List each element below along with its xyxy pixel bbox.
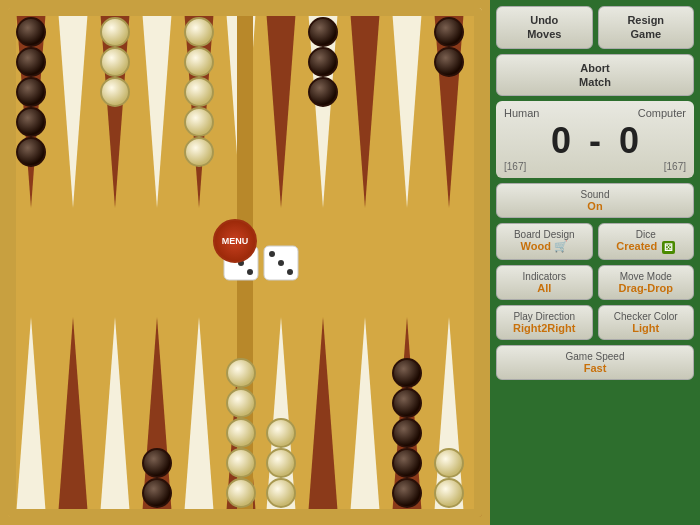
resign-game-button[interactable]: Resign Game (598, 6, 695, 49)
top-buttons: Undo Moves Resign Game (496, 6, 694, 49)
score-separator: - (589, 120, 601, 161)
play-direction-label: Play Direction (501, 311, 588, 322)
svg-point-48 (185, 48, 213, 76)
board-container: MENU (0, 0, 490, 525)
board-design-label: Board Design (501, 229, 588, 240)
checker-color-button[interactable]: Checker Color Light (598, 305, 695, 340)
svg-point-55 (267, 479, 295, 507)
play-direction-button[interactable]: Play Direction Right2Right (496, 305, 593, 340)
undo-moves-button[interactable]: Undo Moves (496, 6, 593, 49)
player2-sub: [167] (664, 161, 686, 172)
svg-point-37 (309, 18, 337, 46)
svg-rect-27 (474, 8, 482, 517)
sound-label: Sound (501, 189, 689, 200)
svg-point-38 (309, 48, 337, 76)
svg-rect-29 (8, 509, 482, 517)
svg-point-58 (143, 479, 171, 507)
svg-point-50 (185, 108, 213, 136)
svg-point-46 (435, 449, 463, 477)
play-direction-value: Right2Right (501, 322, 588, 334)
abort-match-button[interactable]: Abort Match (496, 54, 694, 97)
svg-point-41 (227, 449, 255, 477)
sound-button[interactable]: Sound On (496, 183, 694, 218)
svg-point-49 (185, 78, 213, 106)
svg-point-57 (267, 419, 295, 447)
score-area: Human Computer 0 - 0 [167] [167] (496, 101, 694, 178)
svg-point-54 (101, 78, 129, 106)
board-design-button[interactable]: Board Design Wood 🛒 (496, 223, 593, 260)
player1-sub: [167] (504, 161, 526, 172)
svg-point-42 (227, 419, 255, 447)
svg-point-64 (393, 359, 421, 387)
dice-value: Created ⚄ (603, 240, 690, 254)
sound-value: On (501, 200, 689, 212)
svg-point-33 (17, 48, 45, 76)
move-mode-button[interactable]: Move Mode Drag-Drop (598, 265, 695, 300)
svg-rect-28 (8, 8, 482, 16)
svg-point-71 (278, 260, 284, 266)
svg-point-40 (227, 479, 255, 507)
svg-point-56 (267, 449, 295, 477)
direction-checker-row: Play Direction Right2Right Checker Color… (496, 305, 694, 340)
svg-point-53 (101, 48, 129, 76)
svg-point-30 (435, 18, 463, 46)
menu-button[interactable]: MENU (213, 219, 257, 263)
right-panel: Undo Moves Resign Game Abort Match Human… (490, 0, 700, 525)
player2-score: 0 (619, 120, 639, 161)
dice-label: Dice (603, 229, 690, 240)
sound-row: Sound On (496, 183, 694, 218)
player1-score: 0 (551, 120, 571, 161)
game-speed-value: Fast (501, 362, 689, 374)
checker-color-label: Checker Color (603, 311, 690, 322)
svg-point-45 (435, 479, 463, 507)
abort-row: Abort Match (496, 54, 694, 97)
move-mode-value: Drag-Drop (603, 282, 690, 294)
player2-label: Computer (638, 107, 686, 119)
svg-point-34 (17, 78, 45, 106)
board-frame: MENU (8, 8, 482, 517)
svg-point-39 (309, 78, 337, 106)
svg-point-52 (101, 18, 129, 46)
svg-point-44 (227, 359, 255, 387)
game-speed-button[interactable]: Game Speed Fast (496, 345, 694, 380)
svg-point-32 (17, 18, 45, 46)
score-labels: Human Computer (504, 107, 686, 119)
svg-point-43 (227, 389, 255, 417)
svg-point-61 (393, 449, 421, 477)
score-values: 0 - 0 (504, 123, 686, 159)
svg-point-72 (287, 269, 293, 275)
checker-color-value: Light (603, 322, 690, 334)
score-sub: [167] [167] (504, 161, 686, 172)
game-speed-label: Game Speed (501, 351, 689, 362)
game-speed-row: Game Speed Fast (496, 345, 694, 380)
svg-point-59 (143, 449, 171, 477)
svg-point-63 (393, 389, 421, 417)
svg-point-35 (17, 108, 45, 136)
board-svg (8, 8, 482, 517)
indicators-value: All (501, 282, 588, 294)
player1-label: Human (504, 107, 539, 119)
svg-point-60 (393, 479, 421, 507)
dice-button[interactable]: Dice Created ⚄ (598, 223, 695, 260)
indicators-label: Indicators (501, 271, 588, 282)
board-design-value: Wood 🛒 (501, 240, 588, 253)
svg-point-36 (17, 138, 45, 166)
svg-point-62 (393, 419, 421, 447)
board-dice-row: Board Design Wood 🛒 Dice Created ⚄ (496, 223, 694, 260)
svg-point-70 (269, 251, 275, 257)
svg-point-68 (247, 269, 253, 275)
svg-point-47 (185, 18, 213, 46)
svg-point-51 (185, 138, 213, 166)
move-mode-label: Move Mode (603, 271, 690, 282)
indicators-button[interactable]: Indicators All (496, 265, 593, 300)
cart-icon: 🛒 (554, 240, 568, 252)
dice-icon: ⚄ (662, 241, 675, 254)
svg-point-31 (435, 48, 463, 76)
svg-rect-26 (8, 8, 16, 517)
indicators-movemode-row: Indicators All Move Mode Drag-Drop (496, 265, 694, 300)
